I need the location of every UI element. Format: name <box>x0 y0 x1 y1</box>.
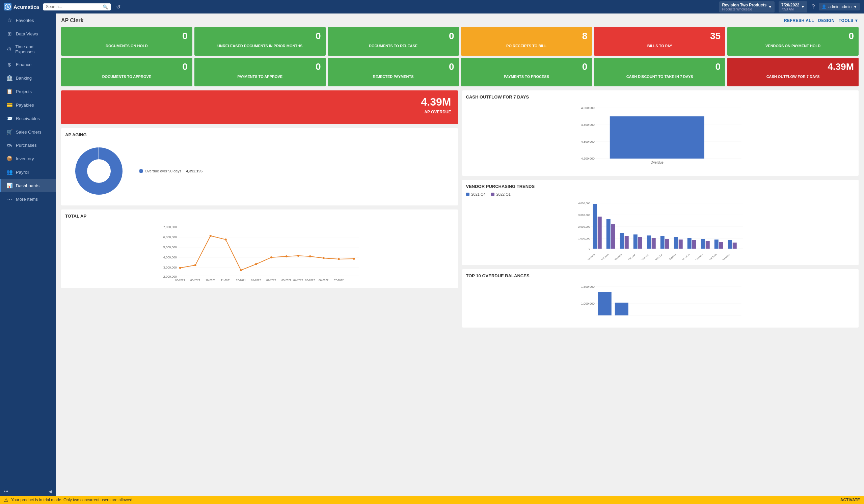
logo-icon: A <box>4 3 11 11</box>
svg-text:08-2021: 08-2021 <box>175 279 185 282</box>
top-navigation: A Acumatica 🔍 ↺ Revision Two Products Pr… <box>0 0 864 13</box>
svg-text:7,000,000: 7,000,000 <box>163 225 177 229</box>
svg-rect-71 <box>651 238 656 249</box>
ap-overdue-tile[interactable]: 4.39M AP OVERDUE <box>61 90 458 124</box>
kpi-tile-payments-to-approve[interactable]: 0 PAYMENTS TO APPROVE <box>194 58 326 86</box>
sidebar-item-projects[interactable]: 📋 Projects <box>0 85 56 98</box>
legend-2021q4-dot <box>466 193 469 196</box>
sidebar-icon-favorites: ☆ <box>7 17 12 23</box>
sidebar-label-sales-orders: Sales Orders <box>16 130 41 135</box>
svg-rect-62 <box>593 204 597 249</box>
main-content: AP Clerk REFRESH ALL DESIGN TOOLS ▼ 0 DO… <box>56 13 864 504</box>
total-ap-section: TOTAL AP 7,000,000 6,000,000 5,000,000 4… <box>61 209 458 288</box>
sidebar-item-time-expenses[interactable]: ⏱ Time and Expenses <box>0 40 56 58</box>
refresh-all-button[interactable]: REFRESH ALL <box>784 18 814 23</box>
kpi-label-docs-to-approve: DOCUMENTS TO APPROVE <box>66 74 188 79</box>
kpi-tile-bills-to-pay[interactable]: 35 BILLS TO PAY <box>594 27 725 56</box>
help-icon[interactable]: ? <box>811 3 815 11</box>
tools-button[interactable]: TOOLS ▼ <box>839 18 859 23</box>
sidebar-item-payroll[interactable]: 👥 Payroll <box>0 165 56 179</box>
sidebar-item-purchases[interactable]: 🛍 Purchases <box>0 139 56 152</box>
sidebar-label-banking: Banking <box>16 76 32 81</box>
sidebar-item-payables[interactable]: 💳 Payables <box>0 98 56 112</box>
kpi-tile-payments-to-process[interactable]: 0 PAYMENTS TO PROCESS <box>461 58 592 86</box>
sidebar-item-more-items[interactable]: ⋯ More Items <box>0 192 56 206</box>
svg-point-18 <box>194 264 196 266</box>
cash-outflow-chart: 4,500,000 4,400,000 4,300,000 4,200,000 … <box>466 103 855 170</box>
sidebar-icon-inventory: 📦 <box>7 156 12 162</box>
sidebar-label-favorites: Favorites <box>16 18 34 23</box>
kpi-value-po-receipts: 8 <box>582 31 588 41</box>
sidebar-item-receivables[interactable]: 📨 Receivables <box>0 112 56 125</box>
user-chevron-icon: ▼ <box>853 4 857 9</box>
branch-chevron-icon: ▼ <box>768 5 772 9</box>
svg-point-29 <box>353 258 355 260</box>
activate-button[interactable]: ACTIVATE <box>840 497 860 502</box>
kpi-label-payments-to-approve: PAYMENTS TO APPROVE <box>199 74 321 79</box>
datetime-chevron-icon: ▼ <box>801 5 805 9</box>
app-logo[interactable]: A Acumatica <box>4 3 39 11</box>
svg-rect-82 <box>728 240 732 249</box>
sidebar-collapse-btn[interactable]: ••• ◀ <box>0 487 56 496</box>
sidebar-label-inventory: Inventory <box>16 156 34 161</box>
svg-rect-101 <box>615 303 628 316</box>
kpi-value-rejected-payments: 0 <box>449 62 454 72</box>
kpi-tile-po-receipts[interactable]: 8 PO RECEIPTS TO BILL <box>461 27 592 56</box>
svg-text:6,000,000: 6,000,000 <box>163 235 177 239</box>
sidebar-label-dashboards: Dashboards <box>16 183 39 188</box>
sidebar-item-finance[interactable]: $ Finance <box>0 58 56 71</box>
kpi-value-docs-to-release: 0 <box>449 31 454 41</box>
svg-text:4,000,000: 4,000,000 <box>163 256 177 259</box>
kpi-tile-cash-discount[interactable]: 0 CASH DISCOUNT TO TAKE IN 7 DAYS <box>594 58 725 86</box>
svg-text:1,500,000: 1,500,000 <box>581 285 594 288</box>
design-button[interactable]: DESIGN <box>818 18 835 23</box>
svg-text:1,000,000: 1,000,000 <box>578 237 590 240</box>
search-input[interactable] <box>46 4 100 9</box>
vendor-trends-title: VENDOR PURCHASING TRENDS <box>466 184 855 189</box>
ap-aging-title: AP AGING <box>65 132 454 137</box>
kpi-tile-docs-on-hold[interactable]: 0 DOCUMENTS ON HOLD <box>61 27 192 56</box>
kpi-tile-docs-to-release[interactable]: 0 DOCUMENTS TO RELEASE <box>328 27 459 56</box>
bottom-section: 4.39M AP OVERDUE AP AGING Ov <box>61 90 859 332</box>
kpi-tile-rejected-payments[interactable]: 0 REJECTED PAYMENTS <box>328 58 459 86</box>
user-selector[interactable]: 👤 admin admin ▼ <box>819 3 860 11</box>
svg-text:02-2022: 02-2022 <box>266 279 276 282</box>
kpi-value-cash-outflow: 4.39M <box>828 62 854 72</box>
branch-name: Revision Two Products <box>722 3 767 8</box>
kpi-tile-vendors-on-hold[interactable]: 0 VENDORS ON PAYMENT HOLD <box>727 27 859 56</box>
sidebar-icon-time-expenses: ⏱ <box>7 47 12 52</box>
kpi-tile-unreleased-docs[interactable]: 0 UNRELEASED DOCUMENTS IN PRIOR MONTHS <box>194 27 326 56</box>
kpi-value-unreleased-docs: 0 <box>315 31 321 41</box>
kpi-tile-cash-outflow[interactable]: 4.39M CASH OUTFLOW FOR 7 DAYS <box>727 58 859 86</box>
vendor-trends-section: VENDOR PURCHASING TRENDS 2021 Q4 2022 Q1… <box>462 180 859 265</box>
sidebar-label-data-views: Data Views <box>16 32 38 36</box>
sidebar-item-sales-orders[interactable]: 🛒 Sales Orders <box>0 125 56 139</box>
status-bar: ⚠ Your product is in trial mode. Only tw… <box>0 496 864 504</box>
svg-rect-72 <box>660 236 664 249</box>
sidebar-item-data-views[interactable]: ⊞ Data Views <box>0 27 56 40</box>
datetime-selector[interactable]: 7/20/2022 7:53 AM ▼ <box>779 1 807 12</box>
sidebar-item-favorites[interactable]: ☆ Favorites <box>0 13 56 27</box>
svg-text:10-2021: 10-2021 <box>205 279 216 282</box>
svg-rect-100 <box>598 292 611 316</box>
sidebar-item-inventory[interactable]: 📦 Inventory <box>0 152 56 165</box>
sidebar-item-banking[interactable]: 🏦 Banking <box>0 71 56 85</box>
total-ap-chart: 7,000,000 6,000,000 5,000,000 4,000,000 … <box>65 222 454 283</box>
svg-rect-67 <box>624 236 628 249</box>
history-icon[interactable]: ↺ <box>115 2 122 11</box>
kpi-label-bills-to-pay: BILLS TO PAY <box>599 44 721 48</box>
kpi-tile-docs-to-approve[interactable]: 0 DOCUMENTS TO APPROVE <box>61 58 192 86</box>
sidebar-label-time-expenses: Time and Expenses <box>15 44 50 54</box>
sidebar-icon-sales-orders: 🛒 <box>7 129 12 135</box>
sidebar-icon-finance: $ <box>7 62 12 67</box>
user-icon: 👤 <box>821 4 827 9</box>
sidebar-item-dashboards[interactable]: 📊 Dashboards <box>0 179 56 192</box>
search-bar[interactable]: 🔍 <box>43 3 111 11</box>
branch-selector[interactable]: Revision Two Products Products Wholesale… <box>719 1 775 12</box>
kpi-label-payments-to-process: PAYMENTS TO PROCESS <box>466 74 588 79</box>
svg-text:4,200,000: 4,200,000 <box>581 157 594 160</box>
sidebar-icon-receivables: 📨 <box>7 115 12 121</box>
svg-text:1,000,000: 1,000,000 <box>581 302 594 305</box>
page-title: AP Clerk <box>61 17 83 24</box>
sidebar-icon-purchases: 🛍 <box>7 143 12 148</box>
